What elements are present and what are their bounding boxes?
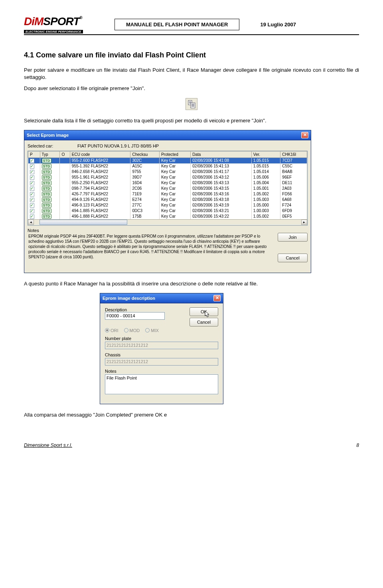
- table-header[interactable]: Checksu: [130, 151, 159, 157]
- logo-registered: ®: [79, 16, 82, 20]
- cursor-icon: [205, 311, 210, 319]
- table-cell: ✓: [28, 203, 40, 208]
- checkbox-icon[interactable]: ✓: [30, 175, 34, 180]
- description-input[interactable]: [105, 312, 165, 320]
- table-cell: 1.00.003: [251, 208, 280, 214]
- scroll-thumb[interactable]: [39, 220, 127, 225]
- table-header[interactable]: CHK16I: [280, 151, 307, 157]
- table-cell: Key Car: [159, 197, 190, 203]
- table-cell: 955-1.392 FLASH22: [70, 163, 130, 169]
- table-cell: Key Car: [159, 208, 190, 214]
- checkbox-icon[interactable]: ✓: [30, 187, 34, 191]
- dialog-titlebar[interactable]: Eprom image description ✕: [100, 293, 223, 303]
- scroll-right-icon[interactable]: ▸: [301, 220, 307, 225]
- table-cell: 02/08/2006 15:43:16: [191, 191, 251, 197]
- checkbox-icon[interactable]: ✓: [30, 181, 34, 185]
- table-cell: [60, 197, 70, 203]
- notes-textarea[interactable]: [105, 374, 218, 394]
- checkbox-icon[interactable]: ✓: [30, 192, 34, 197]
- section-heading: 4.1 Come salvare un file inviato dal Fla…: [24, 51, 359, 59]
- table-cell: 1.05.006: [251, 175, 280, 180]
- table-header[interactable]: Ver.: [251, 151, 280, 157]
- table-header[interactable]: P: [28, 151, 40, 157]
- std-badge: STD: [42, 203, 51, 208]
- table-cell: Key Car: [159, 191, 190, 197]
- checkbox-icon[interactable]: ✓: [30, 164, 34, 169]
- table-cell: 955-2.250 FLASH22: [70, 180, 130, 186]
- table-cell: FD56: [280, 191, 307, 197]
- table-cell: ✓: [28, 163, 40, 169]
- logo-letter: M: [34, 15, 43, 28]
- checkbox-icon[interactable]: ✓: [30, 203, 34, 208]
- radio-mod[interactable]: MOD: [124, 328, 140, 333]
- table-row[interactable]: ✓STD496-1.888 FLASH22175BKey Car02/08/20…: [28, 214, 307, 219]
- table-row[interactable]: ✓STD496-9.123 FLASH22277CKey Car02/08/20…: [28, 203, 307, 208]
- dialog-titlebar[interactable]: Select Eprom image ✕: [24, 130, 311, 140]
- table-header[interactable]: Data: [191, 151, 251, 157]
- table-cell: STD: [40, 214, 60, 219]
- cancel-button[interactable]: Cancel: [278, 254, 308, 262]
- join-toolbar-icon[interactable]: [186, 98, 197, 110]
- table-cell: 426-7.797 FLASH22: [70, 191, 130, 197]
- radio-ori[interactable]: ORI: [105, 328, 118, 333]
- table-row[interactable]: ✓STD955-1.961 FLASH2239D7Key Car02/08/20…: [28, 175, 307, 180]
- table-header[interactable]: ECU code: [70, 151, 130, 157]
- table-row[interactable]: ✓STD426-7.797 FLASH2271E9Key Car02/08/20…: [28, 191, 307, 197]
- table-cell: Key Car: [159, 175, 190, 180]
- table-cell: 02/08/2006 15:43:21: [191, 208, 251, 214]
- notes-label: Notes: [105, 369, 218, 374]
- table-cell: 955-1.961 FLASH22: [70, 175, 130, 180]
- table-row[interactable]: ✓STD955-2.600 FLASH22302CKey Car02/08/20…: [28, 157, 307, 163]
- horizontal-scrollbar[interactable]: ◂ ▸: [28, 219, 307, 225]
- table-header[interactable]: Typ: [40, 151, 60, 157]
- checkbox-icon[interactable]: ✓: [30, 198, 34, 202]
- join-button[interactable]: Join: [278, 233, 308, 242]
- table-row[interactable]: ✓STD098-7.794 FLASH222C06Key Car02/08/20…: [28, 186, 307, 191]
- table-row[interactable]: ✓STD846-2.658 FLASH229755Key Car02/08/20…: [28, 169, 307, 175]
- table-cell: 2A03: [280, 186, 307, 191]
- table-cell: Key Car: [159, 163, 190, 169]
- cancel-button[interactable]: Cancel: [190, 318, 218, 326]
- radio-mix[interactable]: MIX: [145, 328, 159, 333]
- table-row[interactable]: ✓STD955-1.392 FLASH22A15CKey Car02/08/20…: [28, 163, 307, 169]
- table-cell: STD: [40, 180, 60, 186]
- eprom-table[interactable]: PTypOECU codeChecksuProtectedDataVer.CHK…: [28, 151, 307, 219]
- checkbox-icon[interactable]: ✓: [30, 214, 34, 219]
- table-cell: 02/08/2006 15:43:19: [191, 203, 251, 208]
- type-radio-group[interactable]: ORI MOD MIX: [105, 328, 218, 333]
- checkbox-icon[interactable]: ✓: [30, 159, 34, 163]
- page-footer: Dimensione Sport s.r.l. 8: [24, 442, 359, 448]
- logo-tagline: ELECTRONIC ENGINE PERFORMANCE: [24, 30, 83, 33]
- ok-button[interactable]: OK: [190, 307, 218, 316]
- table-cell: ✓: [28, 191, 40, 197]
- table-cell: 02/08/2006 15:43:18: [191, 197, 251, 203]
- table-cell: [60, 214, 70, 219]
- table-cell: 9755: [130, 169, 159, 175]
- selected-car-value: FIAT PUNTO NUOVA 1.9 L JTD 80/85 HP: [77, 144, 159, 148]
- table-cell: 846-2.658 FLASH22: [70, 169, 130, 175]
- close-icon[interactable]: ✕: [301, 132, 308, 138]
- document-title: MANUALE DEL FLASH POINT MANAGER: [115, 19, 239, 30]
- dialog-title: Select Eprom image: [27, 133, 69, 138]
- table-row[interactable]: ✓STD494-9.126 FLASH22E274Key Car02/08/20…: [28, 197, 307, 203]
- table-header[interactable]: Protected: [159, 151, 190, 157]
- table-cell: 496-1.888 FLASH22: [70, 214, 130, 219]
- table-cell: 1.05.001: [251, 186, 280, 191]
- checkbox-icon[interactable]: ✓: [30, 170, 34, 174]
- table-row[interactable]: ✓STD955-2.250 FLASH2216D4Key Car02/08/20…: [28, 180, 307, 186]
- page-header: DiMSPORT® ELECTRONIC ENGINE PERFORMANCE …: [24, 16, 359, 33]
- close-icon[interactable]: ✕: [213, 295, 221, 301]
- std-badge: STD: [42, 175, 51, 180]
- table-cell: STD: [40, 208, 60, 214]
- table-cell: Key Car: [159, 214, 190, 219]
- table-cell: [60, 191, 70, 197]
- paragraph: A questo punto il Race Manager ha la pos…: [24, 280, 359, 287]
- document-date: 19 Luglio 2007: [260, 22, 296, 28]
- table-cell: 277C: [130, 203, 159, 208]
- table-header[interactable]: O: [60, 151, 70, 157]
- table-cell: STD: [40, 191, 60, 197]
- scroll-left-icon[interactable]: ◂: [28, 220, 34, 225]
- table-row[interactable]: ✓STD494-1.885 FLASH220DC3Key Car02/08/20…: [28, 208, 307, 214]
- checkbox-icon[interactable]: ✓: [30, 209, 34, 213]
- eprom-description-dialog: Eprom image description ✕ Description OK…: [100, 293, 223, 404]
